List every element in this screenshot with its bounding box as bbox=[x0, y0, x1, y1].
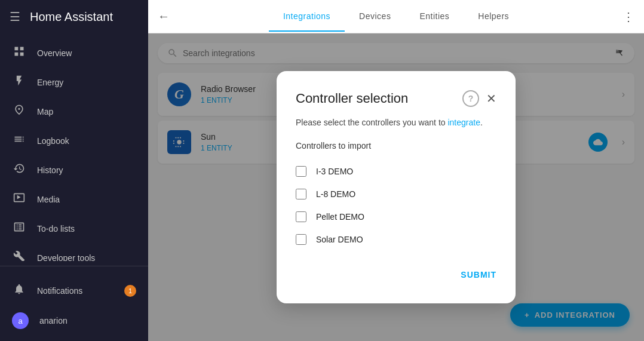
tab-bar: Integrations Devices Entities Helpers bbox=[179, 2, 613, 32]
back-button[interactable]: ← bbox=[153, 5, 174, 28]
sidebar: ☰ Home Assistant Overview Energy Map Lo bbox=[0, 0, 148, 341]
dialog-overlay: Controller selection ? ✕ Please select t… bbox=[148, 33, 644, 341]
sidebar-item-history[interactable]: History bbox=[0, 155, 148, 185]
energy-icon bbox=[12, 75, 26, 90]
sidebar-item-energy[interactable]: Energy bbox=[0, 67, 148, 97]
help-button[interactable]: ? bbox=[462, 90, 479, 107]
controller-item-i3: I-3 DEMO bbox=[296, 160, 496, 183]
logbook-icon bbox=[12, 133, 26, 148]
content-area: G Radio Browser 1 ENTITY › Sun 1 ENTITY … bbox=[148, 33, 644, 341]
more-icon[interactable]: ⋮ bbox=[618, 5, 639, 29]
sidebar-label-devtools: Developer tools bbox=[37, 253, 95, 262]
hamburger-icon[interactable]: ☰ bbox=[10, 10, 20, 24]
sidebar-label-overview: Overview bbox=[37, 48, 72, 58]
sidebar-label-todo: To-do lists bbox=[37, 224, 75, 234]
sidebar-divider bbox=[0, 266, 148, 266]
controllers-section-label: Controllers to import bbox=[296, 141, 496, 150]
help-icon: ? bbox=[468, 94, 474, 103]
submit-button[interactable]: SUBMIT bbox=[461, 265, 496, 284]
media-icon bbox=[12, 192, 26, 207]
sidebar-label-history: History bbox=[37, 165, 63, 175]
sidebar-item-logbook[interactable]: Logbook bbox=[0, 126, 148, 155]
sidebar-label-media: Media bbox=[37, 195, 60, 204]
devtools-icon bbox=[12, 250, 26, 261]
checkbox-pelletdemo[interactable] bbox=[296, 211, 306, 222]
tab-devices[interactable]: Devices bbox=[345, 2, 405, 32]
sidebar-bottom: Notifications 1 a anarion bbox=[0, 271, 148, 341]
tab-helpers[interactable]: Helpers bbox=[464, 2, 523, 32]
sidebar-nav: Overview Energy Map Logbook History bbox=[0, 33, 148, 261]
sidebar-label-map: Map bbox=[37, 107, 53, 116]
sidebar-label-energy: Energy bbox=[37, 78, 63, 87]
sidebar-label-notifications: Notifications bbox=[37, 286, 82, 296]
sidebar-label-logbook: Logbook bbox=[37, 136, 69, 146]
checkbox-l8demo[interactable] bbox=[296, 189, 306, 199]
label-pelletdemo: Pellet DEMO bbox=[316, 212, 364, 222]
label-l8demo: L-8 DEMO bbox=[316, 189, 355, 199]
notification-badge: 1 bbox=[124, 285, 136, 297]
map-icon bbox=[12, 104, 26, 119]
controller-selection-dialog: Controller selection ? ✕ Please select t… bbox=[277, 71, 516, 303]
history-icon bbox=[12, 162, 26, 177]
integrate-link[interactable]: integrate bbox=[447, 118, 480, 127]
sidebar-header: ☰ Home Assistant bbox=[0, 0, 148, 33]
main-content: ← Integrations Devices Entities Helpers … bbox=[148, 0, 644, 341]
sidebar-item-todo[interactable]: To-do lists bbox=[0, 214, 148, 243]
dialog-title: Controller selection bbox=[296, 91, 462, 106]
tab-integrations[interactable]: Integrations bbox=[269, 2, 345, 32]
close-button[interactable]: ✕ bbox=[486, 91, 496, 106]
controller-item-l8: L-8 DEMO bbox=[296, 183, 496, 205]
sidebar-item-map[interactable]: Map bbox=[0, 97, 148, 126]
overview-icon bbox=[12, 45, 26, 60]
dialog-header: Controller selection ? ✕ bbox=[296, 90, 496, 107]
sidebar-item-devtools[interactable]: Developer tools bbox=[0, 243, 148, 261]
tab-entities[interactable]: Entities bbox=[405, 2, 464, 32]
sidebar-item-media[interactable]: Media bbox=[0, 185, 148, 214]
sidebar-item-notifications[interactable]: Notifications 1 bbox=[0, 276, 148, 305]
controller-item-pellet: Pellet DEMO bbox=[296, 205, 496, 228]
avatar: a bbox=[12, 312, 29, 329]
notifications-icon bbox=[12, 283, 26, 298]
label-solardemo: Solar DEMO bbox=[316, 235, 363, 244]
sidebar-label-user: anarion bbox=[39, 316, 68, 325]
dialog-description: Please select the controllers you want t… bbox=[296, 116, 496, 129]
top-bar: ← Integrations Devices Entities Helpers … bbox=[148, 0, 644, 33]
sidebar-item-overview[interactable]: Overview bbox=[0, 38, 148, 67]
todo-icon bbox=[12, 221, 26, 236]
app-title: Home Assistant bbox=[30, 10, 113, 24]
label-i3demo: I-3 DEMO bbox=[316, 167, 353, 176]
checkbox-solardemo[interactable] bbox=[296, 234, 306, 245]
dialog-actions: SUBMIT bbox=[296, 265, 496, 284]
controller-item-solar: Solar DEMO bbox=[296, 228, 496, 251]
checkbox-i3demo[interactable] bbox=[296, 166, 306, 177]
sidebar-item-user[interactable]: a anarion bbox=[0, 305, 148, 336]
